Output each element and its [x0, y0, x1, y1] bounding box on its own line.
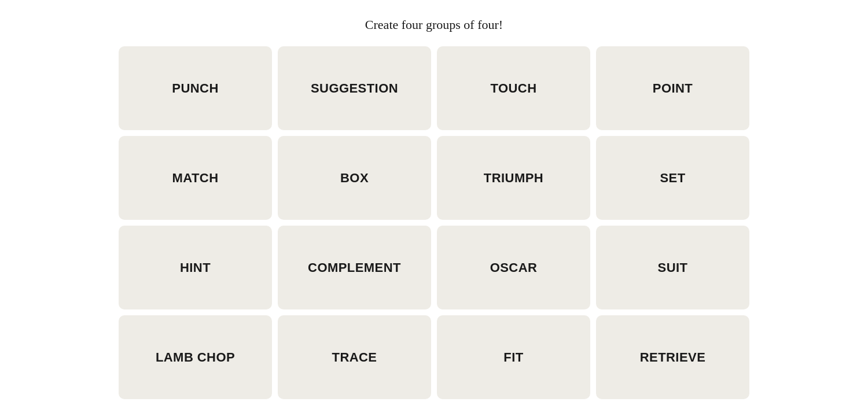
game-subtitle: Create four groups of four!	[365, 17, 503, 32]
tile-set[interactable]: SET	[596, 136, 749, 220]
tile-touch[interactable]: TOUCH	[437, 46, 590, 130]
tile-suggestion[interactable]: SUGGESTION	[278, 46, 431, 130]
tile-grid: PUNCHSUGGESTIONTOUCHPOINTMATCHBOXTRIUMPH…	[119, 46, 749, 399]
tile-label-match: MATCH	[167, 165, 225, 191]
tile-hint[interactable]: HINT	[119, 226, 272, 309]
tile-lamb-chop[interactable]: LAMB CHOP	[119, 315, 272, 399]
tile-label-set: SET	[654, 165, 691, 191]
tile-label-lamb-chop: LAMB CHOP	[150, 344, 241, 371]
tile-label-suit: SUIT	[652, 255, 694, 281]
tile-match[interactable]: MATCH	[119, 136, 272, 220]
tile-trace[interactable]: TRACE	[278, 315, 431, 399]
tile-retrieve[interactable]: RETRIEVE	[596, 315, 749, 399]
tile-label-point: POINT	[647, 75, 698, 102]
tile-triumph[interactable]: TRIUMPH	[437, 136, 590, 220]
tile-box[interactable]: BOX	[278, 136, 431, 220]
tile-complement[interactable]: COMPLEMENT	[278, 226, 431, 309]
tile-label-complement: COMPLEMENT	[302, 255, 407, 281]
tile-oscar[interactable]: OSCAR	[437, 226, 590, 309]
tile-label-touch: TOUCH	[484, 75, 542, 102]
tile-punch[interactable]: PUNCH	[119, 46, 272, 130]
tile-label-triumph: TRIUMPH	[478, 165, 549, 191]
tile-label-hint: HINT	[174, 255, 216, 281]
tile-suit[interactable]: SUIT	[596, 226, 749, 309]
tile-label-trace: TRACE	[326, 344, 383, 371]
tile-point[interactable]: POINT	[596, 46, 749, 130]
tile-label-box: BOX	[334, 165, 374, 191]
tile-label-suggestion: SUGGESTION	[305, 75, 404, 102]
tile-label-punch: PUNCH	[166, 75, 224, 102]
tile-fit[interactable]: FIT	[437, 315, 590, 399]
tile-label-oscar: OSCAR	[484, 255, 543, 281]
tile-label-retrieve: RETRIEVE	[634, 344, 712, 371]
tile-label-fit: FIT	[498, 344, 529, 371]
